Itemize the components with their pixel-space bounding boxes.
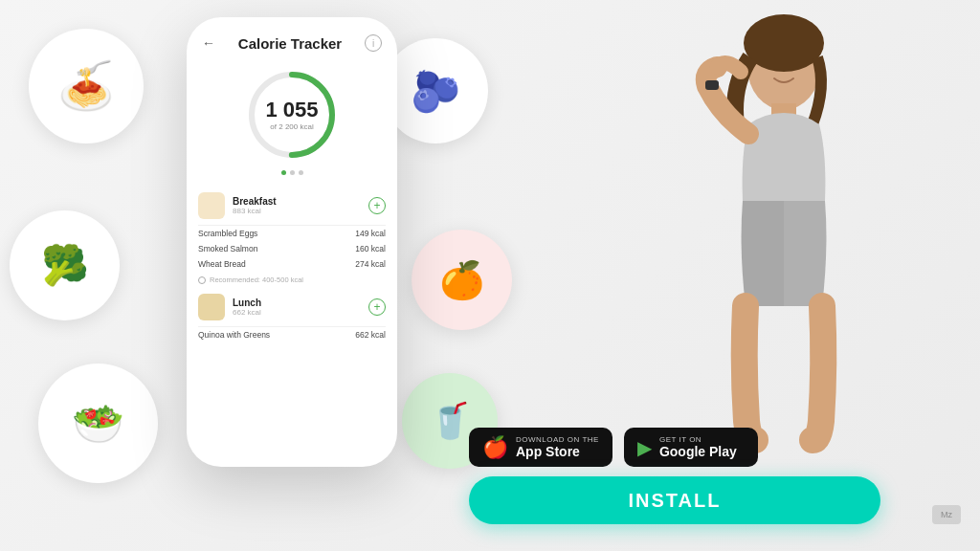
scrambled-eggs-label: Scrambled Eggs <box>198 229 257 238</box>
app-store-top-label: Download on the <box>516 435 599 444</box>
lunch-label: Lunch <box>233 298 368 308</box>
scrambled-eggs-item: Scrambled Eggs 149 kcal <box>198 226 386 241</box>
breakfast-kcal: 883 kcal <box>233 207 368 215</box>
install-button[interactable]: INSTALL <box>469 476 880 524</box>
quinoa-item: Quinoa with Greens 662 kcal <box>198 327 386 342</box>
food-berries-icon: 🫐 <box>411 68 460 115</box>
app-store-bottom-label: App Store <box>516 444 599 459</box>
app-store-text: Download on the App Store <box>516 435 599 459</box>
watermark-text: Mz <box>941 510 952 519</box>
breakfast-icon <box>198 192 225 219</box>
google-play-text: GET IT ON Google Play <box>659 435 737 459</box>
wheat-bread-kcal: 274 kcal <box>355 259 386 269</box>
google-play-top-label: GET IT ON <box>659 435 737 444</box>
plate-mid-left: 🥦 <box>10 210 120 320</box>
plate-bottom-left: 🥗 <box>38 364 158 483</box>
lunch-kcal: 662 kcal <box>233 308 368 317</box>
lunch-add-button[interactable]: + <box>368 298 386 316</box>
info-icon[interactable]: i <box>365 34 382 52</box>
person-svg <box>635 10 903 488</box>
store-buttons-container: 🍎 Download on the App Store ▶ GET IT ON … <box>469 428 758 467</box>
scrambled-eggs-kcal: 149 kcal <box>355 229 386 238</box>
breakfast-add-button[interactable]: + <box>368 197 386 214</box>
dot-2[interactable] <box>290 170 295 175</box>
person-figure <box>616 0 923 497</box>
breakfast-label: Breakfast <box>233 196 368 207</box>
food-fruit-icon: 🍊 <box>439 259 484 301</box>
calorie-total: of 2 200 kcal <box>270 122 313 131</box>
meal-list: Breakfast 883 kcal + Scrambled Eggs 149 … <box>187 187 397 467</box>
calorie-number: 1 055 <box>265 99 318 121</box>
wheat-bread-item: Wheat Bread 274 kcal <box>198 256 386 272</box>
dot-navigation <box>281 170 303 175</box>
svg-rect-5 <box>705 80 719 90</box>
phone-mockup: ← Calorie Tracker i 1 055 of 2 200 kcal … <box>187 17 397 467</box>
lunch-icon <box>198 294 225 320</box>
smoked-salmon-item: Smoked Salmon 160 kcal <box>198 241 386 256</box>
app-store-button[interactable]: 🍎 Download on the App Store <box>469 428 612 467</box>
food-salad-icon: 🥗 <box>72 399 124 449</box>
phone-app-title: Calorie Tracker <box>238 35 342 52</box>
watermark: Mz <box>932 505 961 524</box>
apple-icon: 🍎 <box>482 437 508 458</box>
food-smoothie-icon: 🥤 <box>429 401 472 441</box>
calorie-ring: 1 055 of 2 200 kcal <box>244 67 340 163</box>
quinoa-label: Quinoa with Greens <box>198 330 270 340</box>
plate-top-right: 🫐 <box>383 38 488 143</box>
recommended-dot <box>198 276 206 284</box>
recommended-text: Recommended: 400-500 kcal <box>198 272 386 288</box>
install-label: INSTALL <box>629 490 722 512</box>
wheat-bread-label: Wheat Bread <box>198 259 246 269</box>
smoked-salmon-label: Smoked Salmon <box>198 244 257 253</box>
food-pasta-icon: 🍝 <box>57 59 115 113</box>
google-play-button[interactable]: ▶ GET IT ON Google Play <box>624 428 758 467</box>
quinoa-kcal: 662 kcal <box>355 330 386 340</box>
food-asparagus-icon: 🥦 <box>41 243 89 288</box>
dot-3[interactable] <box>299 170 303 175</box>
breakfast-header: Breakfast 883 kcal + <box>198 187 386 226</box>
calorie-section: 1 055 of 2 200 kcal <box>187 59 397 187</box>
plate-mid-right: 🍊 <box>412 230 512 330</box>
back-arrow-icon[interactable]: ← <box>202 35 215 51</box>
calorie-display: 1 055 of 2 200 kcal <box>244 67 340 163</box>
smoked-salmon-kcal: 160 kcal <box>355 244 386 253</box>
lunch-header: Lunch 662 kcal + <box>198 288 386 327</box>
google-play-bottom-label: Google Play <box>659 444 737 459</box>
dot-1[interactable] <box>281 170 286 175</box>
plate-top-left: 🍝 <box>29 29 144 143</box>
google-play-icon: ▶ <box>637 438 652 457</box>
recommended-label: Recommended: 400-500 kcal <box>210 276 303 284</box>
phone-header: ← Calorie Tracker i <box>187 17 397 59</box>
